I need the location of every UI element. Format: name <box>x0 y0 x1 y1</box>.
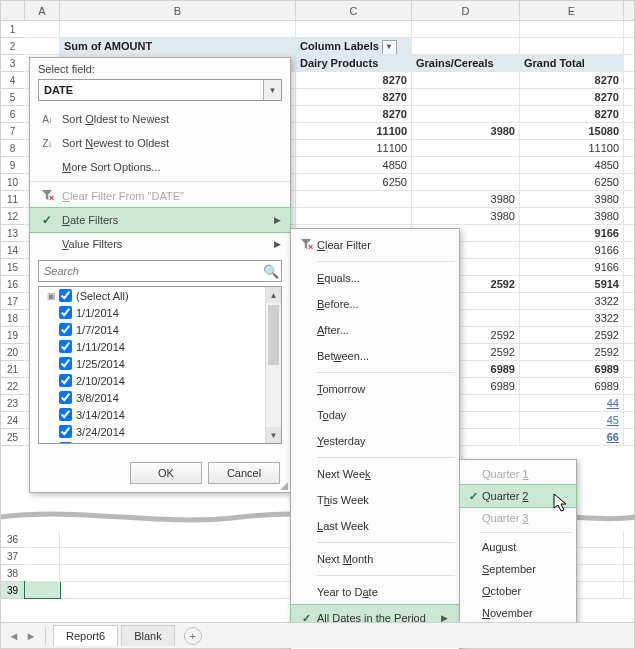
cell[interactable]: 45 <box>520 412 624 428</box>
cell[interactable] <box>25 531 60 547</box>
october-item[interactable]: October <box>460 580 576 602</box>
col-header-e[interactable]: E <box>520 1 624 20</box>
cell[interactable] <box>60 565 296 581</box>
filter-list-item[interactable]: 3/24/2014 <box>39 423 281 440</box>
cell[interactable] <box>25 548 60 564</box>
filter-list-item[interactable]: 1/11/2014 <box>39 338 281 355</box>
cell[interactable]: 2592 <box>520 344 624 360</box>
filter-checkbox[interactable] <box>59 442 72 444</box>
cell[interactable]: 3980 <box>520 191 624 207</box>
cell[interactable]: 3322 <box>520 310 624 326</box>
cell[interactable]: 5914 <box>520 276 624 292</box>
tab-nav-last-icon[interactable]: ► <box>24 630 38 642</box>
row-header[interactable]: 7 <box>1 123 24 140</box>
cell[interactable]: 8270 <box>296 89 412 105</box>
filter-list-item[interactable]: 1/25/2014 <box>39 355 281 372</box>
cell[interactable]: 9166 <box>520 259 624 275</box>
cell[interactable]: 3980 <box>412 123 520 139</box>
cell[interactable] <box>412 140 520 156</box>
row-header[interactable]: 37 <box>1 548 24 565</box>
row-header[interactable]: 14 <box>1 242 24 259</box>
quarter-3-item[interactable]: Quarter 3 <box>460 507 576 529</box>
row-header[interactable]: 13 <box>1 225 24 242</box>
row-header[interactable]: 38 <box>1 565 24 582</box>
cell[interactable]: Dairy Products <box>296 55 412 71</box>
row-header[interactable]: 9 <box>1 157 24 174</box>
cell[interactable] <box>412 89 520 105</box>
cell[interactable] <box>412 157 520 173</box>
list-scrollbar[interactable]: ▲ ▼ <box>265 287 281 443</box>
cell[interactable]: 8270 <box>520 106 624 122</box>
col-header-b[interactable]: B <box>60 1 296 20</box>
cell[interactable] <box>412 21 520 37</box>
sheet-tab-blank[interactable]: Blank <box>121 625 175 646</box>
equals-item[interactable]: Equals... <box>291 265 459 291</box>
between-item[interactable]: Between... <box>291 343 459 369</box>
yesterday-item[interactable]: Yesterday <box>291 428 459 454</box>
cell[interactable] <box>296 21 412 37</box>
tab-nav-first-icon[interactable]: ◄ <box>7 630 21 642</box>
sort-newest-oldest[interactable]: Z↓ Sort Newest to Oldest <box>30 131 290 155</box>
row-header[interactable]: 20 <box>1 344 24 361</box>
filter-checkbox[interactable] <box>59 374 72 387</box>
cell[interactable]: 11100 <box>520 140 624 156</box>
filter-search-input[interactable] <box>39 265 261 277</box>
cell[interactable]: 8270 <box>296 72 412 88</box>
cell[interactable]: 4850 <box>520 157 624 173</box>
filter-checkbox-list[interactable]: ▣(Select All)1/1/20141/7/20141/11/20141/… <box>38 286 282 444</box>
row-header[interactable]: 21 <box>1 361 24 378</box>
next-month-item[interactable]: Next Month <box>291 546 459 572</box>
sort-oldest-newest[interactable]: A↓ Sort Oldest to Newest <box>30 107 290 131</box>
ok-button[interactable]: OK <box>130 462 202 484</box>
filter-list-item[interactable]: 3/14/2014 <box>39 406 281 423</box>
clear-filter-item[interactable]: Clear Filter <box>291 232 459 258</box>
cell[interactable]: 15080 <box>520 123 624 139</box>
cell[interactable] <box>412 38 520 54</box>
filter-checkbox[interactable] <box>59 323 72 336</box>
add-sheet-button[interactable]: + <box>184 627 202 645</box>
filter-list-item[interactable]: 1/7/2014 <box>39 321 281 338</box>
row-header[interactable]: 4 <box>1 72 24 89</box>
cell[interactable]: 3980 <box>520 208 624 224</box>
cell[interactable]: 9166 <box>520 225 624 241</box>
cell[interactable] <box>25 565 60 581</box>
cell[interactable]: 4850 <box>296 157 412 173</box>
cell[interactable] <box>60 548 296 564</box>
cell[interactable] <box>60 531 296 547</box>
sheet-tab-active[interactable]: Report6 <box>53 625 118 646</box>
cell[interactable]: 6989 <box>520 361 624 377</box>
row-header[interactable]: 2 <box>1 38 24 55</box>
filter-search[interactable]: 🔍 <box>38 260 282 282</box>
cell[interactable] <box>520 38 624 54</box>
col-header-d[interactable]: D <box>412 1 520 20</box>
filter-checkbox[interactable] <box>59 340 72 353</box>
cell[interactable]: Grains/Cereals <box>412 55 520 71</box>
filter-list-item[interactable]: 2/10/2014 <box>39 372 281 389</box>
filter-list-item[interactable]: ▣(Select All) <box>39 287 281 304</box>
cell[interactable]: 3980 <box>412 208 520 224</box>
row-header[interactable]: 22 <box>1 378 24 395</box>
september-item[interactable]: September <box>460 558 576 580</box>
cell[interactable]: 44 <box>520 395 624 411</box>
row-header[interactable]: 16 <box>1 276 24 293</box>
cell[interactable]: 3980 <box>412 191 520 207</box>
before-item[interactable]: Before... <box>291 291 459 317</box>
tomorrow-item[interactable]: Tomorrow <box>291 376 459 402</box>
quarter-2-item[interactable]: ✓Quarter 2 <box>460 485 576 507</box>
field-combo[interactable]: DATE ▼ <box>38 79 282 101</box>
filter-checkbox[interactable] <box>59 408 72 421</box>
cell[interactable]: 6989 <box>520 378 624 394</box>
cell[interactable] <box>412 72 520 88</box>
year-to-date-item[interactable]: Year to Date <box>291 579 459 605</box>
scroll-down-icon[interactable]: ▼ <box>266 427 281 443</box>
next-week-item[interactable]: Next Week <box>291 461 459 487</box>
scroll-thumb[interactable] <box>268 305 279 365</box>
today-item[interactable]: Today <box>291 402 459 428</box>
col-header-c[interactable]: C <box>296 1 412 20</box>
this-week-item[interactable]: This Week <box>291 487 459 513</box>
cell[interactable]: 11100 <box>296 123 412 139</box>
row-header[interactable]: 25 <box>1 429 24 446</box>
row-header[interactable]: 3 <box>1 55 24 72</box>
cell[interactable]: 2592 <box>520 327 624 343</box>
cell[interactable]: 66 <box>520 429 624 445</box>
